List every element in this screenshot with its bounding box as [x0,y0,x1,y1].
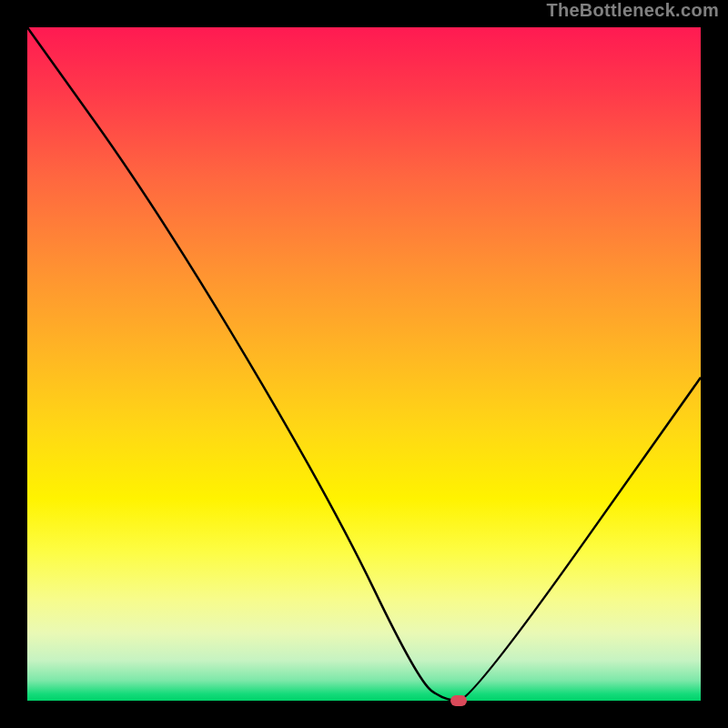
optimal-point-marker [450,695,467,706]
watermark-text: TheBottleneck.com [546,0,719,21]
chart-frame [27,27,701,701]
bottleneck-curve [27,27,701,701]
